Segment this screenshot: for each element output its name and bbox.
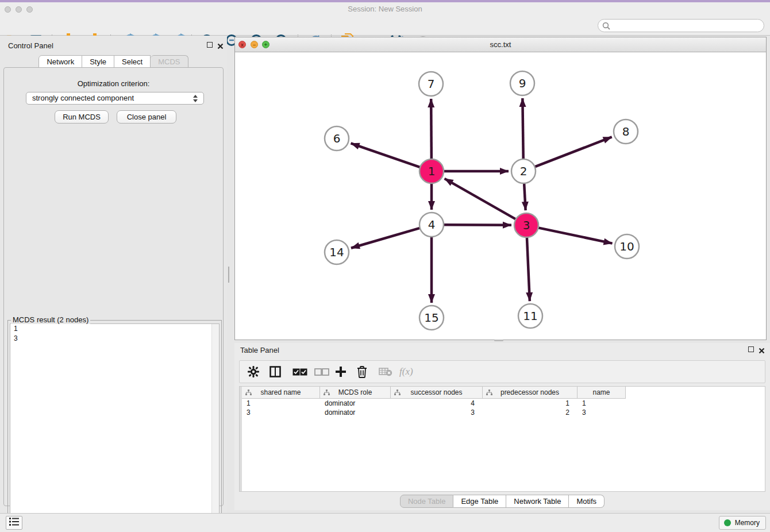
table-tab-node-table[interactable]: Node Table [400,495,454,508]
table-cell[interactable]: 3 [242,408,320,417]
deselect-all-icon[interactable] [314,361,329,383]
memory-status-icon [724,519,731,526]
search-input[interactable] [613,20,760,31]
node-label-4: 4 [428,218,436,232]
table-tab-motifs[interactable]: Motifs [569,495,605,508]
control-panel-tabs: NetworkStyleSelectMCDS [0,55,227,68]
delete-column-icon[interactable] [357,361,367,383]
node-label-3: 3 [523,218,530,232]
table-panel: Table Panel f(x) shared nameMCDS [234,343,770,510]
task-history-button[interactable] [6,516,22,530]
node-label-10: 10 [619,240,634,253]
column-header-MCDS-role[interactable]: MCDS role [320,387,391,399]
node-label-9: 9 [519,76,526,90]
column-header-shared-name[interactable]: shared name [242,387,320,399]
table-settings-icon[interactable] [248,361,259,383]
column-header-label: predecessor nodes [500,388,559,396]
table-cell[interactable]: 4 [391,399,483,408]
function-builder-icon: f(x) [399,361,413,383]
table-cell[interactable]: 1 [483,399,578,408]
table-row[interactable]: 1dominator411 [242,399,626,408]
create-column-icon[interactable] [335,361,346,383]
optimization-select-value: strongly connected component [32,94,134,102]
delete-table-icon[interactable] [379,361,392,383]
titlebar: Session: New Session [0,2,770,16]
mcds-panel: Optimization criterion: strongly connect… [3,67,224,506]
table-cell[interactable]: 3 [578,408,626,417]
node-label-8: 8 [622,125,630,138]
column-header-label: successor nodes [410,388,462,396]
search-icon [602,22,611,33]
tab-select[interactable]: Select [114,55,151,68]
network-window-titlebar[interactable]: x – + scc.txt [235,37,766,52]
float-table-panel-icon[interactable] [748,346,754,352]
column-header-predecessor-nodes[interactable]: predecessor nodes [483,387,578,399]
table-cell[interactable]: 1 [242,399,320,408]
optimization-select[interactable]: strongly connected component [26,92,204,105]
tab-style[interactable]: Style [82,55,114,68]
control-panel: Control Panel NetworkStyleSelectMCDS Opt… [0,36,227,513]
float-panel-icon[interactable] [207,42,213,48]
tab-network[interactable]: Network [38,55,82,68]
control-panel-title: Control Panel [8,41,53,50]
table-row[interactable]: 3dominator323 [242,408,626,417]
edge-3-11[interactable] [527,237,530,301]
column-header-successor-nodes[interactable]: successor nodes [391,387,483,399]
edge-1-7[interactable] [431,99,432,159]
table-tab-network-table[interactable]: Network Table [506,495,569,508]
edge-2-8[interactable] [535,137,612,167]
network-window: x – + scc.txt 1234678910111415 [234,37,767,340]
node-label-1: 1 [428,164,436,178]
column-header-label: shared name [260,388,301,396]
table-header-row: shared nameMCDS rolesuccessor nodesprede… [242,387,626,399]
node-table[interactable]: shared nameMCDS rolesuccessor nodesprede… [239,386,765,492]
mcds-result-item: 1 [10,324,219,334]
main-toolbar [0,16,770,36]
node-label-6: 6 [333,132,341,145]
node-label-14: 14 [329,245,344,259]
mcds-result-title: MCDS result (2 nodes) [11,315,90,324]
close-table-panel-icon[interactable] [759,346,765,352]
edge-3-1[interactable] [445,179,516,219]
table-rows: 1dominator4113dominator323 [242,399,626,417]
close-panel-icon[interactable] [217,41,224,48]
node-label-11: 11 [523,309,537,323]
show-columns-icon[interactable] [270,361,281,383]
close-panel-button[interactable]: Close panel [117,110,176,124]
network-canvas[interactable]: 1234678910111415 [235,52,766,340]
table-cell[interactable]: 2 [483,408,578,417]
table-cell[interactable]: dominator [320,399,391,408]
select-all-icon[interactable] [292,361,307,383]
node-label-7: 7 [428,77,435,91]
table-cell[interactable]: 1 [578,399,626,408]
table-cell[interactable]: 3 [391,408,483,417]
node-label-2: 2 [520,164,528,178]
node-label-15: 15 [424,311,438,325]
edge-3-10[interactable] [538,228,613,243]
panel-split-handle[interactable] [228,267,232,275]
mcds-result-fieldset: MCDS result (2 nodes) 13 [7,315,222,531]
optimization-criterion-label: Optimization criterion: [4,79,223,88]
edge-4-3[interactable] [444,225,511,225]
memory-label: Memory [735,519,760,527]
table-toolbar: f(x) [239,360,765,383]
memory-button[interactable]: Memory [719,516,766,530]
column-header-label: name [592,388,610,396]
table-tab-edge-table[interactable]: Edge Table [453,495,506,508]
edge-1-6[interactable] [351,143,421,167]
column-header-label: MCDS role [338,388,372,396]
table-cell[interactable]: dominator [320,408,391,417]
edge-2-3[interactable] [524,183,526,210]
status-bar: Memory [0,513,770,532]
list-icon [9,518,19,528]
edge-2-9[interactable] [522,98,523,159]
edge-4-14[interactable] [351,228,420,248]
mcds-result-list[interactable]: 13 [10,323,220,528]
table-split-handle[interactable] [494,340,503,341]
search-box [598,19,764,32]
tab-mcds[interactable]: MCDS [151,55,188,68]
column-header-name[interactable]: name [578,387,626,399]
table-panel-title: Table Panel [240,346,279,354]
scrollbar-track[interactable] [211,324,219,527]
run-mcds-button[interactable]: Run MCDS [55,110,109,124]
